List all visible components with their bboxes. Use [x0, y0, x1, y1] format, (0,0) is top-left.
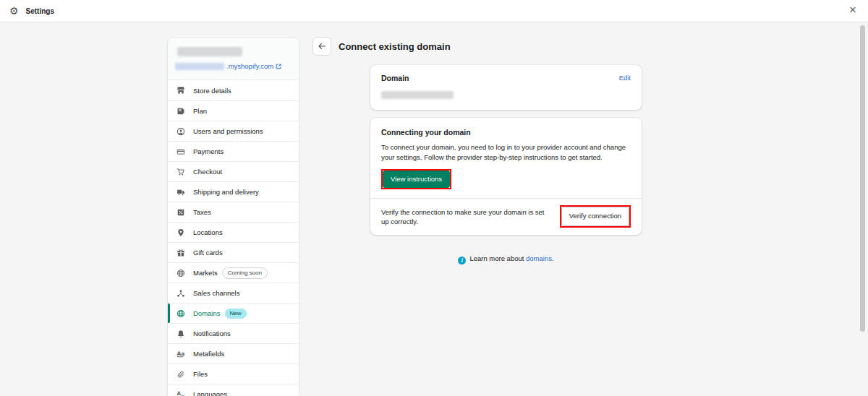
page-title: Connect existing domain — [339, 41, 451, 52]
metafields-icon: Aa — [176, 350, 185, 358]
taxes-icon — [176, 208, 185, 217]
sidebar-item-badge: New — [225, 309, 247, 319]
external-link-icon — [276, 64, 281, 69]
sidebar-item-label: Users and permissions — [193, 127, 263, 135]
domains-link[interactable]: domains — [526, 254, 552, 262]
sidebar-item-label: Domains — [193, 309, 221, 317]
sidebar-item-label: Payments — [193, 147, 224, 155]
locations-icon — [176, 228, 185, 237]
users-icon — [176, 127, 185, 136]
footer-note: iLearn more about domains. — [370, 254, 642, 264]
verify-text: Verify the connection to make sure your … — [381, 207, 553, 226]
sidebar-item-label: Files — [193, 370, 208, 378]
sidebar-item-label: Locations — [193, 228, 223, 236]
instructions-section: Connecting your domain To connect your d… — [370, 118, 642, 189]
sidebar-item-label: Gift cards — [193, 249, 223, 257]
page-header: Connect existing domain — [312, 37, 451, 56]
edit-link[interactable]: Edit — [619, 74, 631, 82]
settings-topbar: ⚙ Settings × — [0, 0, 868, 22]
payments-icon — [176, 147, 185, 156]
sidebar-item-label: Checkout — [193, 168, 222, 176]
store-subdomain-redacted — [175, 63, 224, 70]
domains-icon — [176, 309, 185, 318]
sidebar-item-checkout[interactable]: Checkout — [168, 161, 299, 181]
sidebar-item-badge: Coming soon — [222, 267, 268, 279]
files-icon — [176, 370, 185, 379]
sidebar-item-taxes[interactable]: Taxes — [168, 202, 299, 222]
footer-text: Learn more about — [469, 254, 526, 262]
close-icon[interactable]: × — [847, 3, 859, 17]
highlight-box-verify-connection: Verify connection — [560, 205, 631, 227]
sidebar-item-label: Sales channels — [193, 289, 239, 297]
sales-channels-icon — [176, 289, 185, 298]
sidebar-item-label: Metafields — [193, 350, 224, 358]
sidebar-item-label: Shipping and delivery — [193, 188, 259, 196]
gear-icon: ⚙ — [9, 6, 19, 16]
sidebar-item-files[interactable]: Files — [168, 363, 299, 384]
markets-icon — [176, 269, 185, 277]
sidebar-item-payments[interactable]: Payments — [168, 141, 299, 161]
store-url: .myshopify.com — [175, 62, 292, 70]
notifications-icon — [176, 330, 185, 338]
domain-value-redacted — [381, 91, 454, 99]
topbar-title: Settings — [26, 7, 54, 15]
sidebar-item-label: Plan — [193, 107, 207, 115]
gift-cards-icon — [176, 249, 185, 257]
sidebar-item-label: Markets — [193, 269, 218, 277]
sidebar-item-store-details[interactable]: Store details — [168, 80, 299, 100]
view-instructions-button[interactable]: View instructions — [383, 171, 450, 188]
settings-sidebar: .myshopify.com Store details Plan Users … — [168, 38, 299, 396]
highlight-box-view-instructions: View instructions — [381, 169, 451, 189]
sidebar-item-metafields[interactable]: Aa Metafields — [168, 343, 299, 363]
sidebar-item-domains[interactable]: Domains New — [168, 303, 299, 323]
store-header: .myshopify.com — [168, 38, 299, 80]
svg-text:A: A — [176, 390, 181, 396]
connect-card-body: To connect your domain, you need to log … — [381, 142, 631, 163]
sidebar-item-markets[interactable]: Markets Coming soon — [168, 262, 299, 283]
sidebar-item-label: Languages — [193, 390, 227, 396]
sidebar-item-label: Taxes — [193, 208, 211, 216]
sidebar-item-notifications[interactable]: Notifications — [168, 323, 299, 343]
sidebar-item-locations[interactable]: Locations — [168, 222, 299, 242]
store-icon — [176, 86, 185, 95]
myshopify-link[interactable]: .myshopify.com — [226, 62, 281, 70]
scrollbar-thumb[interactable] — [860, 25, 865, 332]
shipping-icon — [176, 188, 185, 197]
connecting-domain-card: Connecting your domain To connect your d… — [370, 118, 642, 235]
domain-card-title: Domain — [381, 74, 409, 82]
sidebar-item-label: Notifications — [193, 330, 231, 337]
sidebar-item-plan[interactable]: Plan — [168, 100, 299, 121]
arrow-left-icon — [318, 42, 326, 51]
sidebar-item-shipping-and-delivery[interactable]: Shipping and delivery — [168, 181, 299, 202]
verify-section: Verify the connection to make sure your … — [370, 198, 642, 227]
sidebar-nav: Store details Plan Users and permissions… — [168, 80, 299, 396]
store-name-redacted — [177, 47, 242, 56]
sidebar-item-sales-channels[interactable]: Sales channels — [168, 283, 299, 303]
connect-card-title: Connecting your domain — [381, 128, 631, 137]
svg-text:Aa: Aa — [176, 350, 184, 356]
checkout-icon — [176, 168, 185, 176]
back-button[interactable] — [312, 37, 331, 56]
verify-connection-button[interactable]: Verify connection — [561, 207, 629, 225]
plan-icon — [176, 107, 185, 116]
languages-icon: A — [176, 390, 185, 396]
sidebar-item-languages[interactable]: A Languages — [168, 384, 299, 396]
sidebar-item-gift-cards[interactable]: Gift cards — [168, 242, 299, 262]
info-icon: i — [458, 257, 466, 264]
sidebar-item-label: Store details — [193, 87, 231, 95]
domain-card: Domain Edit — [370, 65, 642, 110]
sidebar-item-users-and-permissions[interactable]: Users and permissions — [168, 121, 299, 141]
